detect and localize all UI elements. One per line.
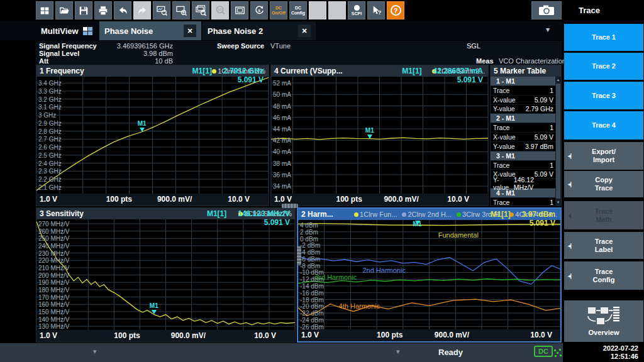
help-button[interactable]: ? (387, 1, 404, 19)
current-plot[interactable]: 52 mA50 mA48 mA46 mA44 mA42 mA40 mA38 mA… (271, 77, 488, 194)
single-sweep-indicator: SGL (467, 42, 480, 50)
window-harmonics[interactable]: 2 Harm... 1Clrw Fun... 2Clrw 2nd H... 3C… (297, 207, 562, 343)
zoom-window-button[interactable] (172, 1, 190, 19)
tab-bar: MultiView Phase Noise ✕ Phase Noise 2 ✕ … (0, 21, 563, 40)
redo-button (133, 1, 151, 19)
frequency-plot[interactable]: 3.4 GHz3.3 GHz3.2 GHz3.1 GHz3 GHz2.9 GHz… (36, 77, 269, 194)
status-dropdown-icon[interactable]: ▾ (93, 348, 97, 356)
scroll-up-icon[interactable]: ▲ (555, 78, 561, 82)
marker-table-body: 1 - M1Trace1X-value5.09 VY-value2.79 GHz… (491, 77, 555, 206)
trace1-legend-label: 1Clrw Smth 2% (218, 67, 265, 75)
scroll-down-icon[interactable]: ▼ (555, 200, 561, 204)
context-help-button[interactable]: ? (367, 1, 385, 19)
window-current-titlebar[interactable]: 4 Current (VSupp... 1Clrw Smth 2... (271, 65, 488, 77)
analyzer-screen: 1:1 s DC On/Off DC Config SCPI ? ? Tr (0, 0, 644, 362)
dc-config-label-line2: Config (291, 11, 305, 16)
tab-phase-noise-2-label: Phase Noise 2 (208, 26, 263, 36)
date-value: 2022-07-22 (563, 344, 638, 353)
trace1-dot-icon (432, 69, 436, 74)
trace2-dot-icon (402, 212, 406, 217)
trace1-dot-icon (212, 69, 216, 74)
trace-legend: 1Clrw Smth 2... (432, 67, 485, 75)
scpi-label: SCPI (352, 11, 362, 16)
toolbar: 1:1 s DC On/Off DC Config SCPI ? ? (36, 1, 404, 20)
svg-text:s: s (258, 8, 260, 13)
x-axis: 1.0 V 100 pts 900.0 mV/ 10.0 V (271, 194, 488, 206)
softkey-trace-2[interactable]: Trace 2 (564, 53, 643, 80)
dc-onoff-label-line1: DC (275, 6, 282, 11)
undo-button[interactable] (114, 1, 131, 19)
fit-screen-icon (234, 4, 246, 16)
trace1-dot-icon (354, 212, 358, 217)
window-harmonics-titlebar[interactable]: 2 Harm... 1Clrw Fun... 2Clrw 2nd H... 3C… (298, 209, 560, 220)
submenu-arrow-icon: ◂| (568, 272, 571, 280)
zoom-trace-button[interactable] (153, 1, 170, 19)
marker-table-row: Y-value2.79 GHz (491, 105, 555, 114)
overview-label: Overview (589, 329, 619, 337)
disabled-toolbar-button-2 (328, 1, 346, 19)
status-dropdown-icon[interactable]: ▾ (396, 348, 400, 356)
open-file-button[interactable] (55, 1, 73, 19)
softkey-panel-title: Trace (579, 6, 600, 15)
time-value: 12:51:46 (563, 353, 638, 361)
trace4-dot-icon (509, 212, 514, 217)
undo-arrow-icon (117, 5, 129, 16)
softkey-trace-1[interactable]: Trace 1 (564, 24, 643, 51)
scrollbar-thumb[interactable] (556, 84, 560, 199)
att-value: 10 dB (105, 57, 173, 65)
softkey-trace-label[interactable]: ◂| TraceLabel (564, 232, 643, 259)
softkey-trace-3[interactable]: Trace 3 (564, 82, 643, 109)
tab-phase-noise-2[interactable]: Phase Noise 2 ✕ (203, 21, 316, 40)
tab-multiview[interactable]: MultiView (36, 21, 99, 40)
dc-config-button[interactable]: DC Config (289, 1, 307, 19)
window-marker-table-titlebar[interactable]: 5 Marker Table (491, 65, 561, 77)
close-tab-icon[interactable]: ✕ (184, 25, 196, 37)
meas-value: VCO Characterization (499, 57, 566, 65)
window-splitter-handle[interactable] (282, 204, 298, 208)
fit-screen-button[interactable] (231, 1, 248, 19)
marker-table-row: Trace1 (491, 123, 555, 133)
print-button[interactable] (94, 1, 112, 19)
softkey-trace-config[interactable]: ◂| TraceConfig (564, 261, 643, 290)
zoom-window-icon (175, 4, 187, 16)
sensitivity-plot[interactable]: 270 MHz/V260 MHz/V250 MHz/V240 MHz/V230 … (36, 219, 295, 330)
tab-phase-noise[interactable]: Phase Noise ✕ (99, 21, 201, 40)
window-frequency[interactable]: 1 Frequency 1Clrw Smth 2% 3.4 GHz3.3 GHz… (36, 65, 269, 206)
submenu-arrow-icon: ◂| (568, 211, 571, 219)
screenshot-button[interactable] (531, 1, 562, 19)
trace1-legend-label: 1Clrw Fun... (360, 211, 397, 218)
trace-legend: 1Clrw Smth 2% (238, 210, 292, 217)
harmonics-plot[interactable]: 4 dBm2 dBm0 dBm-2 dBm-4 dBm-6 dBm-8 dBm-… (298, 220, 560, 329)
scpi-recorder-button[interactable]: SCPI (348, 1, 365, 19)
window-frequency-titlebar[interactable]: 1 Frequency 1Clrw Smth 2% (36, 65, 269, 77)
disabled-toolbar-button-1 (309, 1, 326, 19)
sweep-source-label: Sweep Source (217, 42, 264, 50)
window-marker-table[interactable]: 5 Marker Table 1 - M1Trace1X-value5.09 V… (490, 65, 562, 206)
windows-start-button[interactable] (36, 1, 53, 19)
softkey-export-import[interactable]: ◂| Export/Import (564, 142, 643, 170)
marker-table-row: X-value5.09 V (491, 96, 555, 105)
softkey-trace-math: ◂| TraceMath (564, 201, 643, 229)
window-current[interactable]: 4 Current (VSupp... 1Clrw Smth 2... 52 m… (270, 65, 489, 206)
multi-zoom-button[interactable] (192, 1, 209, 19)
softkey-trace-4[interactable]: Trace 4 (564, 111, 643, 140)
tab-list-dropdown-icon[interactable]: ▾ (546, 25, 550, 34)
zoom-1-1-button: 1:1 (211, 1, 229, 19)
status-bar: ▾ ▾ Ready DC (0, 343, 563, 362)
save-button[interactable] (75, 1, 92, 19)
window-splitter-handle[interactable] (297, 246, 301, 265)
marker-table-row: Y-value3.97 dBm (491, 142, 555, 151)
close-tab-icon[interactable]: ✕ (298, 25, 311, 37)
window-sensitivity-titlebar[interactable]: 3 Sensitivity 1Clrw Smth 2% (36, 208, 295, 219)
window-sensitivity[interactable]: 3 Sensitivity 1Clrw Smth 2% 270 MHz/V260… (36, 207, 296, 343)
overview-button[interactable]: Overview (564, 300, 643, 342)
restart-sweep-button[interactable]: s (250, 1, 268, 19)
overview-flowchart-icon (587, 305, 621, 327)
dc-onoff-button[interactable]: DC On/Off (270, 1, 287, 19)
floppy-save-icon (78, 5, 89, 16)
printer-icon (97, 5, 109, 16)
signal-level-value: 3.98 dBm (105, 50, 173, 57)
softkey-copy-trace[interactable]: ◂| CopyTrace (564, 171, 643, 197)
trace1-legend-label: 1Clrw Smth 2% (244, 210, 292, 217)
marker-table-scrollbar[interactable]: ▲ ▼ (555, 77, 561, 206)
